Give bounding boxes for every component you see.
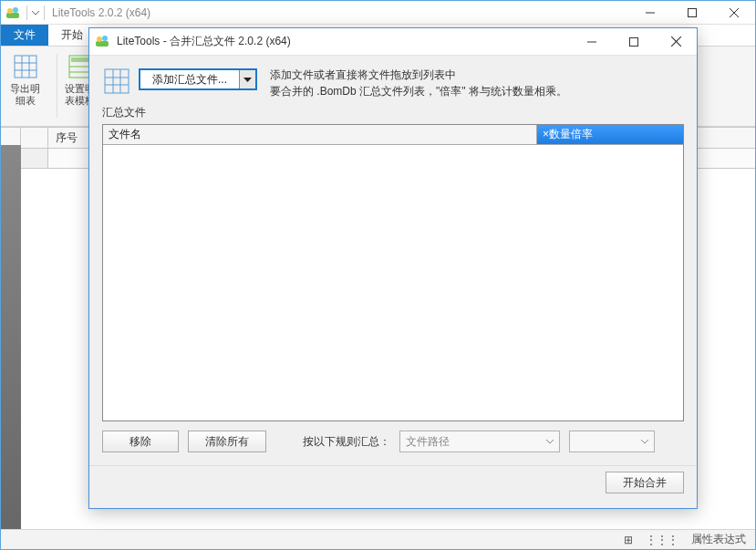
- rule-combo-value: 文件路径: [406, 434, 450, 450]
- file-table-body[interactable]: [103, 145, 683, 420]
- secondary-combo[interactable]: [569, 431, 655, 452]
- dialog-titlebar[interactable]: LiteTools - 合并汇总文件 2.0.2 (x64): [89, 28, 697, 56]
- qat-dropdown[interactable]: [29, 4, 42, 22]
- merge-dialog: LiteTools - 合并汇总文件 2.0.2 (x64) 添加汇总文件...…: [88, 27, 698, 509]
- dialog-toolbar: 添加汇总文件... 添加文件或者直接将文件拖放到列表中 要合并的 .BomDb …: [89, 56, 697, 105]
- add-file-label: 添加汇总文件...: [140, 72, 239, 88]
- file-table: 文件名 ×数量倍率: [102, 124, 684, 421]
- svg-point-17: [97, 36, 102, 42]
- svg-rect-7: [15, 56, 36, 78]
- hint-line-2: 要合并的 .BomDb 汇总文件列表，"倍率" 将与统计数量相乘。: [270, 83, 684, 99]
- start-merge-button[interactable]: 开始合并: [606, 472, 684, 493]
- statusbar: ⊞ ⋮⋮⋮ 属性表达式: [1, 529, 755, 549]
- chevron-down-icon: [641, 438, 648, 445]
- svg-rect-4: [689, 8, 697, 16]
- col-rate[interactable]: ×数量倍率: [537, 125, 683, 144]
- add-file-combo[interactable]: 添加汇总文件...: [139, 68, 257, 90]
- qat-separator: [26, 5, 27, 20]
- hint-line-1: 添加文件或者直接将文件拖放到列表中: [270, 67, 684, 83]
- svg-rect-13: [71, 57, 89, 62]
- dialog-actions: 移除 清除所有 按以下规则汇总： 文件路径: [89, 421, 697, 462]
- export-detail-button[interactable]: 导出明 细表: [6, 50, 44, 109]
- dialog-minimize-button[interactable]: [571, 28, 613, 56]
- minimize-button[interactable]: [629, 1, 671, 25]
- main-title: LiteTools 2.0.2 (x64): [52, 6, 150, 19]
- svg-point-18: [102, 36, 108, 41]
- close-button[interactable]: [713, 1, 755, 25]
- tab-file[interactable]: 文件: [1, 25, 48, 46]
- app-icon: [5, 5, 21, 21]
- grid-left-gutter: [1, 145, 21, 546]
- grid-row-num[interactable]: [21, 149, 48, 168]
- dialog-maximize-button[interactable]: [613, 28, 655, 56]
- svg-rect-23: [105, 69, 129, 93]
- grid-rownum-header[interactable]: [21, 128, 48, 148]
- col-filename[interactable]: 文件名: [103, 125, 537, 144]
- export-detail-label: 导出明 细表: [10, 83, 40, 107]
- dialog-app-icon: [95, 34, 111, 50]
- svg-point-2: [13, 7, 18, 13]
- merge-icon: [102, 67, 131, 96]
- clear-all-button[interactable]: 清除所有: [188, 431, 266, 452]
- table-icon: [11, 52, 40, 81]
- hint-text: 添加文件或者直接将文件拖放到列表中 要合并的 .BomDb 汇总文件列表，"倍率…: [270, 67, 684, 99]
- rule-label: 按以下规则汇总：: [303, 434, 390, 450]
- status-props[interactable]: 属性表达式: [688, 532, 750, 547]
- ribbon-group-export: 导出明 细表: [6, 50, 44, 122]
- dialog-footer: 开始合并: [89, 465, 697, 504]
- maximize-button[interactable]: [671, 1, 713, 25]
- svg-point-1: [7, 8, 13, 14]
- qat-separator-2: [44, 5, 45, 20]
- dialog-title: LiteTools - 合并汇总文件 2.0.2 (x64): [117, 34, 291, 49]
- svg-rect-0: [6, 13, 19, 18]
- file-table-header: 文件名 ×数量倍率: [103, 125, 683, 145]
- remove-button[interactable]: 移除: [102, 431, 179, 452]
- svg-rect-16: [96, 41, 109, 47]
- ribbon-separator: [57, 54, 57, 118]
- chevron-down-icon[interactable]: [239, 70, 255, 88]
- chevron-down-icon: [546, 438, 554, 445]
- rule-combo[interactable]: 文件路径: [399, 431, 560, 452]
- status-icon-1[interactable]: ⊞: [620, 534, 637, 546]
- status-icon-2[interactable]: ⋮⋮⋮: [642, 534, 682, 546]
- section-label: 汇总文件: [89, 105, 697, 124]
- dialog-close-button[interactable]: [655, 28, 697, 56]
- main-titlebar: LiteTools 2.0.2 (x64): [1, 1, 755, 25]
- svg-rect-20: [630, 37, 638, 46]
